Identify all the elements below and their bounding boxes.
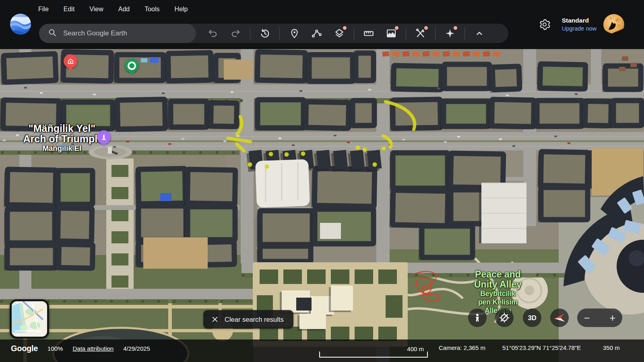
scale-label: 400 m	[407, 346, 424, 352]
terrain-elevation: 350 m	[603, 344, 620, 351]
undo-button[interactable]	[204, 24, 222, 43]
cursor-coordinates: 51°05'23.29"N 71°25'24.78"E	[502, 344, 581, 351]
layers-button[interactable]	[330, 24, 349, 43]
close-icon	[211, 316, 219, 323]
plan-name: Standard	[562, 16, 597, 25]
toolbar-separator	[464, 27, 465, 40]
satellite-imagery	[0, 49, 644, 362]
green-circle-marker[interactable]	[125, 59, 138, 72]
auto-orbit-disabled-button[interactable]	[495, 309, 514, 327]
compass-needle-icon	[553, 312, 566, 324]
zoom-out-button[interactable]: −	[584, 313, 590, 323]
peace-unity-alley-label: Peace and Unity Alley Beybitcilik pen Ke…	[474, 269, 522, 315]
menu-file[interactable]: File	[38, 6, 49, 13]
toolbar: Search Google Earth	[39, 24, 508, 43]
ai-sparkle-button[interactable]	[441, 24, 459, 43]
google-earth-logo	[10, 14, 31, 35]
zoom-in-button[interactable]: +	[609, 313, 615, 323]
arch-of-triumph-label: "Mäñgilik Yel" Arch of Triumph Mäñgilik …	[23, 123, 101, 153]
compass-button[interactable]	[550, 309, 569, 327]
creation-tools-button[interactable]	[411, 24, 430, 43]
status-bar: Google 100% Data attribution 4/29/2025 4…	[0, 339, 644, 362]
collapse-toolbar-button[interactable]	[470, 24, 489, 43]
placemark-button[interactable]	[285, 24, 303, 43]
draw-path-button[interactable]	[308, 24, 326, 43]
monument-marker[interactable]	[97, 130, 111, 144]
menu-bar: File Edit View Add Tools Help	[38, 0, 188, 19]
imagery-date: 4/29/2025	[123, 345, 150, 352]
avatar[interactable]	[603, 14, 625, 35]
compass-off-icon	[499, 313, 510, 323]
street-view-pegman-button[interactable]	[468, 309, 487, 327]
toggle-3d-button[interactable]: 3D	[523, 309, 541, 327]
3d-label: 3D	[528, 314, 536, 322]
toolbar-separator	[279, 27, 280, 40]
clear-search-results-label: Clear search results	[225, 316, 284, 323]
upgrade-link[interactable]: Upgrade now	[562, 25, 597, 33]
notification-dot	[424, 26, 428, 30]
account-area: Standard Upgrade now	[536, 14, 625, 35]
google-logo: Google	[11, 344, 38, 353]
toolbar-separator	[435, 27, 436, 40]
redo-button[interactable]	[226, 24, 245, 43]
plan-info: Standard Upgrade now	[562, 16, 597, 33]
search-placeholder: Search Google Earth	[63, 29, 127, 37]
menu-tools[interactable]: Tools	[144, 6, 159, 13]
zoom-percent: 100%	[47, 345, 63, 352]
toolbar-separator	[406, 27, 406, 40]
search-icon	[48, 28, 57, 39]
menu-help[interactable]: Help	[175, 6, 188, 13]
map-scale-bar: 400 m	[319, 352, 428, 358]
historical-imagery-button[interactable]	[256, 24, 274, 43]
hospital-marker[interactable]	[64, 54, 77, 68]
top-bar: File Edit View Add Tools Help Search Goo…	[0, 0, 644, 49]
menu-edit[interactable]: Edit	[64, 6, 75, 13]
overview-minimap[interactable]	[10, 299, 49, 339]
toolbar-separator	[250, 27, 250, 40]
notification-dot	[454, 26, 457, 30]
notification-dot	[343, 26, 347, 30]
settings-button[interactable]	[536, 16, 553, 33]
clear-search-results-button[interactable]: Clear search results	[203, 310, 293, 329]
search-bar[interactable]: Search Google Earth	[39, 24, 196, 43]
menu-view[interactable]: View	[89, 6, 103, 13]
camera-altitude: Camera: 2,365 m	[439, 344, 485, 351]
google-earth-app: File Edit View Add Tools Help Search Goo…	[0, 0, 644, 362]
measure-button[interactable]	[359, 24, 378, 43]
zoom-control: − +	[577, 309, 622, 327]
map-viewport[interactable]: "Mäñgilik Yel" Arch of Triumph Mäñgilik …	[0, 49, 644, 362]
toolbar-separator	[354, 27, 354, 40]
menu-add[interactable]: Add	[118, 6, 130, 13]
notification-dot	[395, 26, 398, 30]
photos-button[interactable]	[382, 24, 400, 43]
data-attribution-link[interactable]: Data attribution	[72, 345, 114, 352]
pegman-icon	[473, 313, 482, 323]
